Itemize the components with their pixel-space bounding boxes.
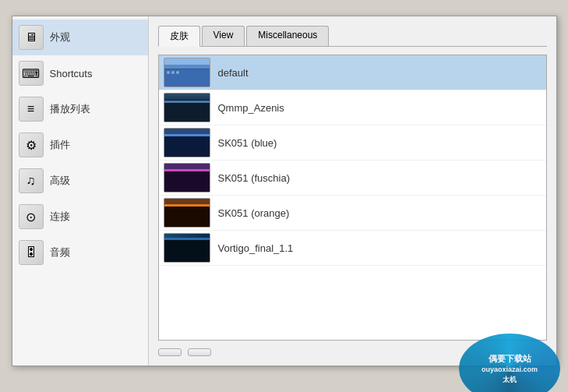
skin-item-qmmp_azenis[interactable]: Qmmp_Azenis xyxy=(159,90,546,125)
sidebar-label-audio: 音频 xyxy=(50,245,70,260)
sidebar-icon-playlist: ≡ xyxy=(19,97,44,122)
skin-item-sk051_blue[interactable]: SK051 (blue) xyxy=(159,125,546,161)
tab-miscellaneous[interactable]: Miscellaneous xyxy=(246,26,329,46)
skin-item-sk051_orange[interactable]: SK051 (orange) xyxy=(159,196,546,231)
skin-list-container[interactable]: defaultQmmp_AzenisSK051 (blue)SK051 (fus… xyxy=(158,55,547,341)
skin-thumb-vortigo xyxy=(164,233,210,263)
sidebar-item-shortcuts[interactable]: ⌨Shortcuts xyxy=(12,55,148,91)
sidebar-label-advanced: 高级 xyxy=(50,174,70,188)
tab-view[interactable]: View xyxy=(202,26,245,46)
sidebar-item-appearance[interactable]: 🖥外观 xyxy=(12,19,148,55)
refresh-button[interactable] xyxy=(188,348,211,356)
tab-skin[interactable]: 皮肤 xyxy=(158,26,200,47)
skin-item-sk051_fuschia[interactable]: SK051 (fuschia) xyxy=(159,161,546,196)
tabs-bar: 皮肤ViewMiscellaneous xyxy=(158,26,547,47)
sidebar-icon-advanced: ♫ xyxy=(19,168,44,193)
sidebar-icon-connection: ⊙ xyxy=(19,204,44,229)
sidebar-icon-shortcuts: ⌨ xyxy=(19,61,44,86)
sidebar-item-connection[interactable]: ⊙连接 xyxy=(12,199,148,235)
skin-name-vortigo: Vortigo_final_1.1 xyxy=(218,242,294,254)
skin-thumb-sk051_orange xyxy=(164,198,210,228)
sidebar-icon-plugins: ⚙ xyxy=(19,132,44,157)
skin-thumb-qmmp_azenis xyxy=(164,93,210,122)
sidebar-icon-audio: 🎛 xyxy=(19,240,44,265)
skin-name-sk051_fuschia: SK051 (fuschia) xyxy=(218,172,291,184)
sidebar-label-playlist: 播放列表 xyxy=(50,102,90,116)
sidebar-label-shortcuts: Shortcuts xyxy=(50,68,93,79)
sidebar-label-connection: 连接 xyxy=(50,210,70,224)
sidebar: 🖥外观⌨Shortcuts≡播放列表⚙插件♫高级⊙连接🎛音频 xyxy=(12,16,149,366)
skin-name-default: default xyxy=(218,67,249,79)
skin-name-sk051_orange: SK051 (orange) xyxy=(218,207,290,219)
skin-item-vortigo[interactable]: Vortigo_final_1.1 xyxy=(159,231,546,266)
sidebar-label-plugins: 插件 xyxy=(50,138,70,152)
skin-name-sk051_blue: SK051 (blue) xyxy=(218,137,277,149)
sidebar-item-playlist[interactable]: ≡播放列表 xyxy=(12,91,148,127)
skin-item-default[interactable]: default xyxy=(159,55,546,90)
skin-thumb-sk051_blue xyxy=(164,128,210,157)
add-button[interactable] xyxy=(158,348,182,356)
sidebar-label-appearance: 外观 xyxy=(50,30,70,44)
sidebar-item-audio[interactable]: 🎛音频 xyxy=(12,235,148,270)
sidebar-item-plugins[interactable]: ⚙插件 xyxy=(12,127,148,163)
settings-window: 🖥外观⌨Shortcuts≡播放列表⚙插件♫高级⊙连接🎛音频 皮肤ViewMis… xyxy=(12,16,557,366)
main-content: 皮肤ViewMiscellaneous defaultQmmp_AzenisSK… xyxy=(149,16,556,366)
skin-name-qmmp_azenis: Qmmp_Azenis xyxy=(218,102,284,114)
skin-thumb-default xyxy=(164,58,210,87)
skin-thumb-sk051_fuschia xyxy=(164,163,210,192)
sidebar-item-advanced[interactable]: ♫高级 xyxy=(12,163,148,199)
sidebar-icon-appearance: 🖥 xyxy=(19,25,44,50)
